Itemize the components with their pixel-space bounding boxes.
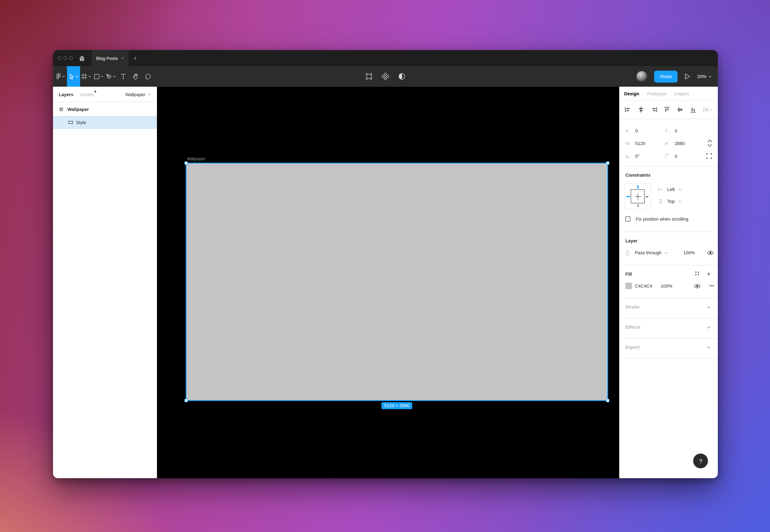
align-left-icon[interactable] [625, 106, 631, 113]
canvas[interactable]: Wallpaper 5120 × 2880 [157, 87, 619, 478]
horizontal-constraint-value: Left [667, 187, 675, 192]
fix-position-checkbox[interactable] [625, 216, 630, 221]
plus-icon: + [707, 270, 711, 277]
move-tool-button[interactable] [67, 66, 80, 87]
align-bottom-icon[interactable] [690, 106, 696, 113]
create-component-icon[interactable] [382, 73, 389, 80]
page-selector[interactable]: Wallpaper [125, 92, 151, 97]
blend-mode-dropdown[interactable]: Pass through [635, 250, 668, 255]
window-minimize-button[interactable] [63, 56, 67, 60]
xy-row: X 0 Y 0 [619, 124, 718, 137]
corner-radius-input[interactable]: 0 [675, 153, 704, 158]
constraints-widget[interactable] [625, 183, 651, 210]
help-button[interactable]: ? [693, 454, 708, 468]
new-tab-button[interactable]: + [128, 50, 142, 66]
use-as-mask-icon[interactable] [398, 73, 406, 80]
remove-fill-button[interactable] [709, 286, 714, 286]
add-effect-button[interactable]: + [705, 323, 712, 331]
home-button[interactable] [76, 50, 88, 66]
chevron-down-icon [710, 109, 712, 111]
width-input[interactable]: 5120 [635, 141, 665, 146]
constraint-left-active[interactable] [627, 196, 630, 197]
blend-mode-icon [625, 250, 630, 256]
effects-title: Effects [619, 318, 718, 329]
constraints-dropdowns: Left Top [658, 183, 682, 204]
layer-visibility-eye-icon[interactable] [707, 250, 714, 255]
plus-icon: + [707, 344, 711, 351]
export-section: Export + [619, 339, 718, 359]
chevron-down-icon [664, 252, 668, 254]
add-fill-button[interactable]: + [705, 270, 712, 277]
tab-assets[interactable]: Assets [80, 92, 93, 97]
hand-tool-button[interactable] [129, 66, 142, 87]
chevron-down-icon [62, 75, 65, 77]
align-vertical-center-icon[interactable] [677, 106, 684, 113]
selection-handle-bottom-left[interactable] [184, 399, 188, 402]
document-tab[interactable]: Blog Posts × [92, 50, 128, 66]
comment-tool-button[interactable] [142, 66, 154, 87]
main-menu-button[interactable] [54, 66, 67, 87]
constraint-top-active[interactable] [637, 185, 639, 189]
height-input[interactable]: 2880 [675, 141, 704, 146]
layers-panel: Layers Assets Wallpaper Wallpaper [53, 87, 157, 478]
constraint-right[interactable] [646, 196, 648, 197]
constrain-proportions-icon[interactable] [708, 140, 712, 147]
present-icon[interactable] [685, 73, 690, 80]
frame-name-label[interactable]: Wallpaper [187, 157, 205, 161]
fill-visibility-eye-icon[interactable] [694, 284, 701, 288]
selection-handle-top-right[interactable] [606, 161, 609, 165]
frame-layer-icon [59, 107, 63, 111]
selection-handle-top-left[interactable] [184, 161, 188, 165]
align-top-icon[interactable] [664, 106, 670, 113]
styles-icon[interactable] [694, 271, 700, 276]
add-stroke-button[interactable]: + [705, 303, 712, 311]
tab-layers[interactable]: Layers [59, 92, 73, 97]
layer-row-wallpaper[interactable]: Wallpaper [53, 102, 157, 116]
independent-corners-icon[interactable] [706, 153, 712, 159]
export-title: Export [619, 339, 718, 350]
vertical-constraint-dropdown[interactable]: Top [658, 199, 682, 204]
distribute-menu-icon[interactable] [703, 107, 712, 113]
tab-inspect[interactable]: Inspect [674, 91, 689, 96]
pen-tool-button[interactable] [105, 66, 117, 87]
tab-design[interactable]: Design [624, 91, 639, 96]
wh-row: W 5120 H 2880 [619, 137, 718, 150]
shape-tool-button[interactable] [92, 66, 105, 87]
w-label: W [625, 141, 635, 146]
selected-frame[interactable] [187, 164, 607, 400]
edit-object-icon[interactable] [365, 73, 373, 80]
fill-row[interactable]: C4C4C4 100% [619, 280, 718, 292]
window-zoom-button[interactable] [69, 56, 73, 60]
pen-tool-icon [106, 74, 112, 79]
align-right-icon[interactable] [651, 106, 657, 113]
zoom-menu[interactable]: 20% [697, 74, 712, 79]
move-cursor-icon [69, 73, 74, 79]
share-button[interactable]: Share [654, 70, 678, 82]
x-input[interactable]: 0 [635, 128, 665, 133]
fill-color-swatch[interactable] [625, 283, 632, 289]
layer-row-style[interactable]: Style [53, 116, 157, 129]
frame-tool-button[interactable] [80, 66, 92, 87]
stroke-title: Stroke [619, 298, 718, 309]
horizontal-constraint-dropdown[interactable]: Left [658, 187, 682, 192]
layers-panel-header: Layers Assets Wallpaper [53, 87, 157, 102]
add-export-button[interactable]: + [705, 343, 712, 351]
comment-tool-icon [145, 74, 151, 79]
layer-opacity-input[interactable]: 100% [683, 250, 695, 255]
fill-opacity-input[interactable]: 100% [661, 283, 672, 288]
text-tool-button[interactable] [117, 66, 129, 87]
align-horizontal-center-icon[interactable] [638, 106, 644, 113]
constraint-bottom[interactable] [638, 204, 638, 207]
window-close-button[interactable] [58, 56, 61, 60]
selection-handle-bottom-right[interactable] [606, 399, 609, 402]
plus-icon: + [707, 303, 711, 310]
chevron-down-icon [100, 75, 103, 77]
zoom-level-value: 20% [697, 74, 706, 79]
rotation-input[interactable]: 0° [635, 153, 665, 158]
tab-close-icon[interactable]: × [121, 56, 124, 61]
tab-prototype[interactable]: Prototype [647, 91, 666, 96]
user-avatar[interactable] [636, 71, 647, 82]
fill-hex-input[interactable]: C4C4C4 [635, 283, 661, 288]
y-input[interactable]: 0 [675, 128, 704, 133]
h-label: H [665, 141, 675, 146]
